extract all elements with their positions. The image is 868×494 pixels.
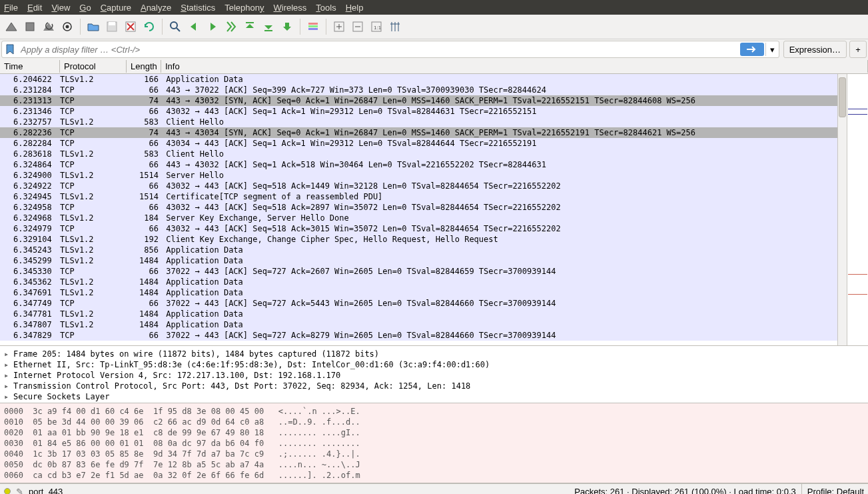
detail-tree-item[interactable]: Transmission Control Protocol, Src Port:…	[4, 381, 864, 391]
packet-row[interactable]: 6.283618TLSv1.2583 Client Hello	[0, 149, 837, 159]
packet-list[interactable]: 6.204622TLSv1.2166 Application Data6.231…	[0, 74, 837, 345]
add-filter-button[interactable]: +	[849, 41, 867, 58]
go-to-packet-button[interactable]	[222, 18, 240, 35]
packet-row[interactable]: 6.329104TLSv1.2192 Client Key Exchange, …	[0, 234, 837, 245]
packet-row[interactable]: 6.232757TLSv1.2583 Client Hello	[0, 117, 837, 127]
statusbar: ✎ port_443 Packets: 261 · Displayed: 261…	[0, 483, 868, 494]
packet-protocol: TLSv1.2	[60, 255, 127, 266]
expert-info-led-icon[interactable]	[4, 488, 11, 494]
packet-length: 66	[127, 138, 161, 149]
packet-row[interactable]: 6.324979TCP66 43032 → 443 [ACK] Seq=518 …	[0, 223, 837, 234]
display-filter-input[interactable]	[18, 43, 739, 56]
packet-row[interactable]: 6.324958TCP66 43032 → 443 [ACK] Seq=518 …	[0, 202, 837, 213]
packet-row[interactable]: 6.324945TLSv1.21514 Certificate[TCP segm…	[0, 191, 837, 202]
start-capture-button[interactable]	[3, 18, 20, 35]
packet-info: 37022 → 443 [ACK] Seq=727 Ack=8279 Win=2…	[161, 330, 837, 341]
auto-scroll-button[interactable]	[278, 18, 296, 35]
svg-rect-4	[109, 22, 115, 25]
detail-tree-item[interactable]: Ethernet II, Src: Tp-LinkT_95:d8:3e (c4:…	[4, 359, 864, 370]
detail-tree-item[interactable]: Secure Sockets Layer	[4, 391, 864, 402]
go-back-button[interactable]	[185, 18, 203, 35]
packet-bytes[interactable]: 0000 3c a9 f4 00 d1 60 c4 6e 1f 95 d8 3e…	[0, 403, 868, 483]
packet-row[interactable]: 6.204622TLSv1.2166 Application Data	[0, 74, 837, 85]
packet-info: 443 → 37022 [ACK] Seq=399 Ack=727 Win=37…	[161, 85, 837, 95]
zoom-reset-button[interactable]: 1:1	[368, 18, 385, 35]
colorize-button[interactable]	[304, 18, 322, 35]
packet-row[interactable]: 6.324900TLSv1.21514 Server Hello	[0, 170, 837, 181]
packet-row[interactable]: 6.345330TCP66 37022 → 443 [ACK] Seq=727 …	[0, 266, 837, 277]
zoom-out-button[interactable]	[349, 18, 366, 35]
packet-scrollbar[interactable]	[837, 74, 847, 345]
packet-details[interactable]: Frame 205: 1484 bytes on wire (11872 bit…	[0, 346, 868, 403]
menu-help[interactable]: Help	[346, 3, 364, 13]
packet-row[interactable]: 6.347807TLSv1.21484 Application Data	[0, 319, 837, 330]
packet-row[interactable]: 6.347749TCP66 37022 → 443 [ACK] Seq=727 …	[0, 298, 837, 309]
packet-row[interactable]: 6.345243TLSv1.2856 Application Data	[0, 245, 837, 255]
edit-capture-comment-icon[interactable]: ✎	[16, 487, 23, 495]
packet-time: 6.345299	[0, 255, 60, 266]
packet-time: 6.347749	[0, 298, 60, 309]
packet-protocol: TCP	[60, 298, 127, 309]
packet-row[interactable]: 6.231346TCP66 43032 → 443 [ACK] Seq=1 Ac…	[0, 106, 837, 117]
packet-time: 6.231346	[0, 106, 60, 117]
resize-columns-button[interactable]	[386, 18, 404, 35]
go-last-button[interactable]	[260, 18, 277, 35]
packet-protocol: TLSv1.2	[60, 74, 127, 85]
packet-length: 184	[127, 213, 161, 223]
menu-file[interactable]: File	[4, 3, 18, 13]
find-packet-button[interactable]	[167, 18, 184, 35]
menu-telephony[interactable]: Telephony	[224, 3, 264, 13]
profile-label[interactable]: Profile: Default	[807, 487, 864, 495]
packet-info: Application Data	[161, 309, 837, 319]
col-length-header[interactable]: Length	[127, 60, 161, 73]
apply-filter-button[interactable]	[740, 43, 764, 56]
reload-button[interactable]	[141, 18, 158, 35]
packet-info: Server Hello	[161, 170, 837, 181]
filter-bookmark-icon[interactable]	[2, 41, 18, 57]
close-file-button[interactable]	[122, 18, 139, 35]
detail-tree-item[interactable]: Frame 205: 1484 bytes on wire (11872 bit…	[4, 349, 864, 359]
packet-row[interactable]: 6.347781TLSv1.21484 Application Data	[0, 309, 837, 319]
go-forward-button[interactable]	[204, 18, 221, 35]
packet-info: Client Key Exchange, Change Cipher Spec,…	[161, 234, 837, 245]
packet-row[interactable]: 6.347691TLSv1.21484 Application Data	[0, 287, 837, 298]
packet-info: Application Data	[161, 287, 837, 298]
detail-tree-item[interactable]: Internet Protocol Version 4, Src: 172.21…	[4, 370, 864, 381]
save-file-button[interactable]	[103, 18, 121, 35]
menu-go[interactable]: Go	[79, 3, 91, 13]
intelligent-scrollbar[interactable]	[847, 74, 868, 345]
open-file-button[interactable]	[85, 18, 102, 35]
packet-row[interactable]: 6.345362TLSv1.21484 Application Data	[0, 277, 837, 287]
scrollbar-thumb[interactable]	[839, 77, 846, 117]
packet-row[interactable]: 6.345299TLSv1.21484 Application Data	[0, 255, 837, 266]
packet-length: 66	[127, 298, 161, 309]
col-info-header[interactable]: Info	[161, 60, 868, 73]
packet-row[interactable]: 6.231313TCP74 443 → 43032 [SYN, ACK] Seq…	[0, 95, 837, 106]
packet-time: 6.329104	[0, 234, 60, 245]
packet-row[interactable]: 6.324968TLSv1.2184 Server Key Exchange, …	[0, 213, 837, 223]
filter-dropdown-icon[interactable]: ▾	[765, 43, 779, 56]
packet-row[interactable]: 6.282284TCP66 43034 → 443 [ACK] Seq=1 Ac…	[0, 138, 837, 149]
restart-capture-button[interactable]	[40, 18, 57, 35]
menu-analyze[interactable]: Analyze	[141, 3, 171, 13]
packet-row[interactable]: 6.282236TCP74 443 → 43034 [SYN, ACK] Seq…	[0, 127, 837, 138]
packet-protocol: TLSv1.2	[60, 191, 127, 202]
packet-row[interactable]: 6.347829TCP66 37022 → 443 [ACK] Seq=727 …	[0, 330, 837, 341]
menu-capture[interactable]: Capture	[101, 3, 131, 13]
capture-options-button[interactable]	[59, 18, 76, 35]
packet-row[interactable]: 6.324922TCP66 43032 → 443 [ACK] Seq=518 …	[0, 181, 837, 191]
menu-statistics[interactable]: Statistics	[181, 3, 215, 13]
expression-button[interactable]: Expression…	[783, 41, 847, 58]
col-protocol-header[interactable]: Protocol	[60, 60, 127, 73]
packet-row[interactable]: 6.231284TCP66 443 → 37022 [ACK] Seq=399 …	[0, 85, 837, 95]
menu-edit[interactable]: Edit	[27, 3, 42, 13]
packet-time: 6.204622	[0, 74, 60, 85]
menu-wireless[interactable]: Wireless	[274, 3, 307, 13]
packet-row[interactable]: 6.324864TCP66 443 → 43032 [ACK] Seq=1 Ac…	[0, 159, 837, 170]
menu-view[interactable]: View	[51, 3, 70, 13]
zoom-in-button[interactable]	[330, 18, 348, 35]
go-first-button[interactable]	[241, 18, 258, 35]
menu-tools[interactable]: Tools	[316, 3, 336, 13]
stop-capture-button[interactable]	[21, 18, 39, 35]
col-time-header[interactable]: Time	[0, 60, 60, 73]
